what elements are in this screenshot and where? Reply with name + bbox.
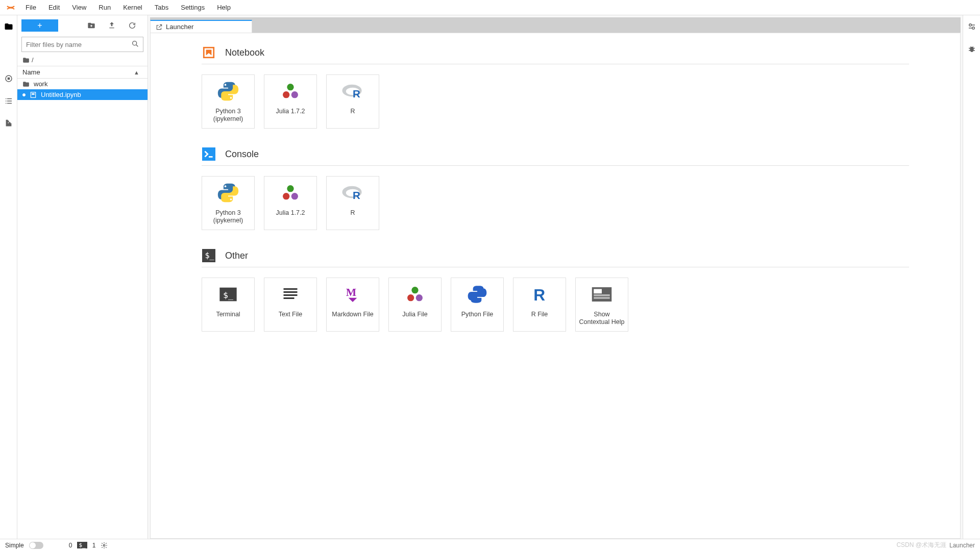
menu-tabs[interactable]: Tabs [149, 2, 175, 13]
file-list-header[interactable]: Name ▲ [17, 66, 148, 79]
file-label: Untitled.ipynb [41, 91, 81, 98]
folder-item[interactable]: work [17, 79, 148, 89]
launcher-card-r[interactable]: RR [326, 176, 379, 230]
folder-icon [22, 81, 31, 88]
menu-edit[interactable]: Edit [42, 2, 66, 13]
card-label: R File [531, 311, 548, 318]
svg-point-10 [291, 91, 298, 98]
new-launcher-button[interactable]: + [21, 19, 58, 32]
svg-point-18 [283, 193, 289, 199]
section-title: Other [225, 251, 248, 261]
svg-text:$_: $_ [223, 290, 234, 300]
new-folder-icon[interactable] [86, 20, 96, 31]
launcher-card-python-3-ipykernel-[interactable]: Python 3 (ipykernel) [202, 176, 255, 230]
refresh-icon[interactable] [127, 20, 137, 31]
svg-rect-35 [594, 297, 610, 299]
file-filter-input[interactable] [21, 37, 143, 52]
launcher-card-julia-file[interactable]: Julia File [388, 278, 442, 332]
python-flat-icon [466, 283, 488, 306]
menu-settings[interactable]: Settings [175, 2, 211, 13]
notebook-item[interactable]: Untitled.ipynb [17, 89, 148, 100]
kernel-count-0: 0 [69, 542, 72, 549]
svg-point-36 [969, 24, 971, 27]
launcher-card-julia-1-7-2[interactable]: Julia 1.7.2 [264, 74, 317, 129]
launcher-card-r[interactable]: RR [326, 74, 379, 129]
svg-rect-14 [202, 147, 215, 161]
tab-launcher[interactable]: Launcher [150, 20, 252, 33]
python-icon [217, 80, 239, 103]
running-tab-icon[interactable] [4, 73, 14, 84]
card-label: Julia File [402, 311, 427, 318]
launcher-card-python-3-ipykernel-[interactable]: Python 3 (ipykernel) [202, 74, 255, 129]
python-icon [217, 182, 239, 204]
markdown-icon: M [341, 283, 364, 306]
card-label: Text File [279, 311, 303, 318]
svg-text:R: R [353, 189, 360, 201]
card-label: Python File [461, 311, 494, 318]
launcher-card-markdown-file[interactable]: MMarkdown File [326, 278, 379, 332]
svg-point-30 [416, 294, 423, 301]
menu-view[interactable]: View [66, 2, 92, 13]
launcher-card-terminal[interactable]: $_Terminal [202, 278, 255, 332]
launcher-card-r-file[interactable]: RR File [513, 278, 566, 332]
main-area: Launcher NotebookPython 3 (ipykernel)Jul… [148, 15, 963, 539]
right-activity-bar [963, 15, 980, 539]
svg-text:M: M [346, 286, 356, 298]
r-icon: R [341, 80, 364, 103]
r-flat-icon: R [528, 283, 551, 306]
menu-file[interactable]: File [19, 2, 42, 13]
svg-text:$_: $_ [205, 251, 214, 260]
launcher-card-show-contextual-help[interactable]: Show Contextual Help [575, 278, 628, 332]
svg-point-7 [230, 97, 232, 99]
svg-rect-3 [31, 92, 35, 97]
svg-rect-34 [594, 294, 610, 296]
simple-mode-toggle[interactable] [29, 542, 43, 549]
julia-icon [404, 283, 426, 306]
launcher-card-text-file[interactable]: Text File [264, 278, 317, 332]
notebook-icon [202, 45, 216, 60]
svg-point-2 [133, 41, 137, 45]
folder-tab-icon[interactable] [4, 21, 14, 32]
launcher-panel: NotebookPython 3 (ipykernel)Julia 1.7.2R… [150, 33, 961, 539]
debugger-icon[interactable] [967, 44, 977, 54]
extensions-tab-icon[interactable] [4, 118, 14, 129]
julia-icon [279, 80, 302, 103]
simple-mode-label: Simple [5, 542, 24, 549]
toc-tab-icon[interactable] [4, 96, 14, 106]
breadcrumb-sep: / [32, 56, 34, 64]
card-label: R [350, 209, 355, 217]
property-inspector-icon[interactable] [967, 21, 977, 32]
menu-run[interactable]: Run [92, 2, 117, 13]
breadcrumbs[interactable]: / [17, 54, 148, 66]
card-label: Julia 1.7.2 [276, 209, 305, 217]
notebook-icon [30, 91, 38, 98]
svg-point-39 [104, 544, 106, 546]
upload-icon[interactable] [107, 20, 117, 31]
launcher-card-julia-1-7-2[interactable]: Julia 1.7.2 [264, 176, 317, 230]
menu-help[interactable]: Help [211, 2, 237, 13]
svg-rect-1 [7, 78, 10, 80]
settings-status-icon[interactable] [101, 542, 108, 549]
folder-icon [22, 57, 30, 64]
menu-kernel[interactable]: Kernel [117, 2, 149, 13]
file-browser-toolbar: + [17, 15, 148, 34]
card-label: Python 3 (ipykernel) [205, 108, 251, 123]
contexthelp-icon [591, 283, 613, 306]
terminal-badge-icon: $_ [77, 542, 87, 548]
svg-point-6 [225, 84, 227, 86]
launcher-card-python-file[interactable]: Python File [451, 278, 504, 332]
menubar: FileEditViewRunKernelTabsSettingsHelp [0, 0, 980, 15]
card-label: Julia 1.7.2 [276, 108, 305, 115]
watermark: CSDN @术海无涯 [896, 541, 946, 549]
svg-point-19 [291, 193, 298, 199]
terminal-icon: $_ [217, 283, 239, 306]
card-label: Show Contextual Help [579, 311, 625, 326]
svg-rect-33 [594, 289, 602, 294]
terminal-icon: $_ [202, 248, 216, 263]
card-label: Terminal [216, 311, 240, 318]
julia-icon [279, 182, 302, 204]
section-title: Notebook [225, 47, 264, 58]
svg-point-8 [287, 84, 293, 90]
terminal-count: 1 [92, 542, 96, 549]
name-column-header[interactable]: Name [22, 68, 134, 76]
